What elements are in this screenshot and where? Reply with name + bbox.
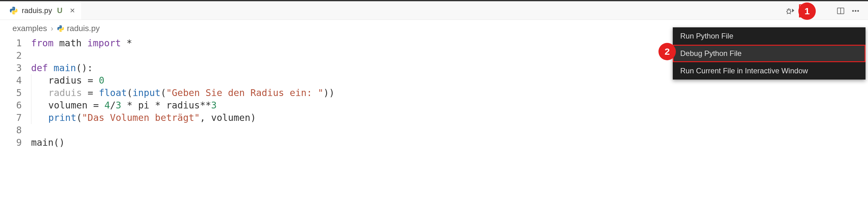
code-line[interactable] [31,124,868,136]
line-number-gutter: 123456789 [0,37,31,149]
editor-tab[interactable]: raduis.py U × [0,1,81,20]
code-line[interactable]: print("Das Volumen beträgt", volumen) [31,112,868,124]
python-icon [57,25,64,32]
breadcrumb-file[interactable]: raduis.py [57,24,100,33]
svg-point-3 [852,10,854,11]
python-icon [9,6,18,15]
menu-item[interactable]: Debug Python File [673,45,866,62]
line-number: 7 [0,112,22,124]
svg-point-0 [787,10,791,14]
code-line[interactable]: main() [31,136,868,149]
close-icon[interactable]: × [70,6,75,15]
line-number: 8 [0,124,22,136]
menu-item[interactable]: Run Current File in Interactive Window [673,62,866,80]
run-context-menu: Run Python FileDebug Python FileRun Curr… [673,27,866,80]
editor-actions-toolbar [784,4,862,18]
menu-item[interactable]: Run Python File [673,27,866,45]
line-number: 1 [0,37,22,50]
line-number: 5 [0,87,22,99]
line-number: 6 [0,99,22,112]
line-number: 3 [0,62,22,74]
code-line[interactable]: raduis = float(input("Geben Sie den Radi… [31,87,868,99]
chevron-right-icon: › [51,24,53,33]
annotation-marker-2: 2 [658,43,676,60]
tab-filename: raduis.py [22,6,52,15]
line-number: 2 [0,50,22,62]
svg-point-4 [855,10,856,11]
annotation-marker-1: 1 [798,2,816,20]
svg-point-5 [858,10,859,11]
split-editor-icon[interactable] [834,5,847,17]
line-number: 9 [0,136,22,149]
tab-modified-indicator: U [57,6,62,15]
code-line[interactable]: volumen = 4/3 * pi * radius**3 [31,99,868,112]
debug-run-icon[interactable] [784,5,797,17]
breadcrumb-folder[interactable]: examples [12,24,47,33]
line-number: 4 [0,74,22,87]
more-actions-icon[interactable] [849,5,862,17]
tab-bar: raduis.py U × [0,1,868,20]
